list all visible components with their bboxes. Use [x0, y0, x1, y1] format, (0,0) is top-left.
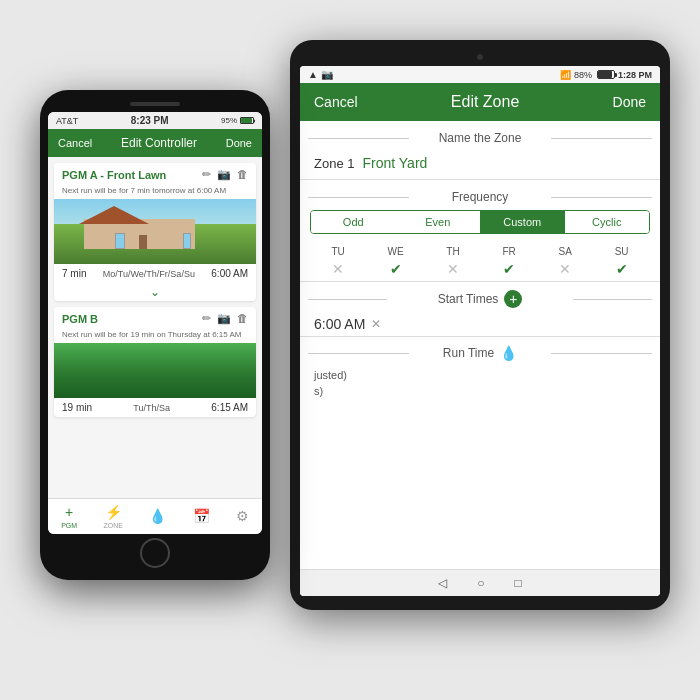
pgm-b-time: 6:15 AM	[211, 402, 248, 413]
nav-zone[interactable]: ⚡ ZONE	[103, 504, 122, 529]
phone-status-bar: AT&T 8:23 PM 95%	[48, 112, 262, 129]
start-times-label: Start Times	[438, 292, 499, 306]
zone-nav-label: ZONE	[103, 522, 122, 529]
phone-top-bar: Cancel Edit Controller Done	[48, 129, 262, 157]
calendar-nav-icon: 📅	[193, 508, 210, 524]
zone-label: Zone 1	[314, 156, 354, 171]
day-check-sa: ✕	[559, 261, 571, 277]
tab-custom[interactable]: Custom	[480, 211, 565, 233]
run-time-row-2: s)	[314, 383, 646, 399]
phone-time: 8:23 PM	[131, 115, 169, 126]
settings-nav-icon: ⚙	[236, 508, 249, 524]
day-check-su: ✔	[616, 261, 628, 277]
tablet-status-alerts: ▲ 📷	[308, 69, 333, 80]
tab-odd[interactable]: Odd	[311, 211, 396, 233]
pgm-b-title: PGM B	[62, 313, 98, 325]
pgm-a-edit-icon[interactable]: ✏	[202, 168, 211, 181]
remove-time-button[interactable]: ✕	[371, 317, 381, 331]
tablet-content: Name the Zone Zone 1 Front Yard Frequenc…	[300, 121, 660, 569]
battery-percent: 88%	[574, 70, 592, 80]
day-col-su[interactable]: SU ✔	[615, 246, 629, 277]
phone-bottom-nav: + PGM ⚡ ZONE 💧 📅 ⚙	[48, 498, 262, 534]
expand-button[interactable]: ⌄	[54, 283, 256, 301]
wifi-icon: 📶	[560, 70, 571, 80]
tablet-home-icon[interactable]: ○	[477, 576, 484, 590]
carrier-label: AT&T	[56, 116, 78, 126]
day-col-sa[interactable]: SA ✕	[559, 246, 572, 277]
pgm-a-delete-icon[interactable]: 🗑	[237, 168, 248, 181]
tablet-recent-icon[interactable]: □	[515, 576, 522, 590]
day-label-tu: TU	[331, 246, 344, 257]
divider-3	[300, 336, 660, 337]
house-window-2	[183, 233, 191, 249]
pgm-b-camera-icon[interactable]: 📷	[217, 312, 231, 325]
day-col-fr[interactable]: FR ✔	[502, 246, 515, 277]
nav-pgm[interactable]: + PGM	[61, 504, 77, 529]
pgm-nav-label: PGM	[61, 522, 77, 529]
tablet-status-icons: 📶 88% 1:28 PM	[560, 70, 652, 80]
phone-battery-icon	[240, 117, 254, 124]
phone-status-right: 95%	[221, 116, 254, 125]
pgm-b-icons: ✏ 📷 🗑	[202, 312, 248, 325]
pgm-a-title: PGM A - Front Lawn	[62, 169, 166, 181]
divider-1	[300, 179, 660, 180]
time-row: 6:00 AM ✕	[300, 312, 660, 336]
day-col-tu[interactable]: TU ✕	[331, 246, 344, 277]
house-roof	[79, 206, 149, 224]
phone-done-button[interactable]: Done	[226, 137, 252, 149]
day-label-sa: SA	[559, 246, 572, 257]
nav-calendar[interactable]: 📅	[193, 508, 210, 526]
pgm-b-delete-icon[interactable]: 🗑	[237, 312, 248, 325]
phone-earpiece	[130, 102, 180, 106]
day-label-we: WE	[387, 246, 403, 257]
phone-page-title: Edit Controller	[121, 136, 197, 150]
pgm-a-header: PGM A - Front Lawn ✏ 📷 🗑	[54, 163, 256, 186]
done-button[interactable]: Done	[613, 94, 646, 110]
tab-cyclic[interactable]: Cyclic	[565, 211, 650, 233]
day-label-th: TH	[446, 246, 459, 257]
pgm-a-duration: 7 min	[62, 268, 86, 279]
house-window	[115, 233, 125, 249]
add-time-button[interactable]: +	[504, 290, 522, 308]
phone-cancel-button[interactable]: Cancel	[58, 137, 92, 149]
run-time-label: Run Time	[443, 346, 494, 360]
frequency-tabs: Odd Even Custom Cyclic	[310, 210, 650, 234]
pgm-a-card: PGM A - Front Lawn ✏ 📷 🗑 Next run will b…	[54, 163, 256, 301]
nav-water[interactable]: 💧	[149, 508, 166, 526]
cancel-button[interactable]: Cancel	[314, 94, 358, 110]
day-col-we[interactable]: WE ✔	[387, 246, 403, 277]
pgm-b-header: PGM B ✏ 📷 🗑	[54, 307, 256, 330]
page-title: Edit Zone	[451, 93, 519, 111]
pgm-a-footer: 7 min Mo/Tu/We/Th/Fr/Sa/Su 6:00 AM	[54, 264, 256, 283]
day-label-fr: FR	[502, 246, 515, 257]
day-check-fr: ✔	[503, 261, 515, 277]
pgm-nav-icon: +	[65, 504, 73, 520]
scene: ▲ 📷 📶 88% 1:28 PM Cancel Edit Zone Done …	[10, 10, 690, 690]
battery-percent-phone: 95%	[221, 116, 237, 125]
start-times-header: Start Times +	[300, 290, 660, 308]
pgm-a-subtitle: Next run will be for 7 min tomorrow at 6…	[54, 186, 256, 199]
pgm-b-duration: 19 min	[62, 402, 92, 413]
battery-icon	[597, 70, 615, 79]
tablet: ▲ 📷 📶 88% 1:28 PM Cancel Edit Zone Done …	[290, 40, 670, 610]
zone-name-value[interactable]: Front Yard	[362, 155, 427, 171]
tablet-back-icon[interactable]: ◁	[438, 576, 447, 590]
name-section-label: Name the Zone	[300, 131, 660, 145]
pgm-b-edit-icon[interactable]: ✏	[202, 312, 211, 325]
day-col-th[interactable]: TH ✕	[446, 246, 459, 277]
pgm-b-footer: 19 min Tu/Th/Sa 6:15 AM	[54, 398, 256, 417]
run-time-header: Run Time 💧	[300, 345, 660, 361]
pgm-a-icons: ✏ 📷 🗑	[202, 168, 248, 181]
tablet-bottom-buttons: ◁ ○ □	[300, 569, 660, 596]
phone-home-button[interactable]	[140, 538, 170, 568]
tablet-status-bar: ▲ 📷 📶 88% 1:28 PM	[300, 66, 660, 83]
day-check-tu: ✕	[332, 261, 344, 277]
zone-nav-icon: ⚡	[105, 504, 122, 520]
water-nav-icon: 💧	[149, 508, 166, 524]
run-time-row-1: justed)	[314, 367, 646, 383]
nav-settings[interactable]: ⚙	[236, 508, 249, 526]
pgm-a-camera-icon[interactable]: 📷	[217, 168, 231, 181]
pgm-a-image	[54, 199, 256, 264]
tab-even[interactable]: Even	[396, 211, 481, 233]
divider-2	[300, 281, 660, 282]
